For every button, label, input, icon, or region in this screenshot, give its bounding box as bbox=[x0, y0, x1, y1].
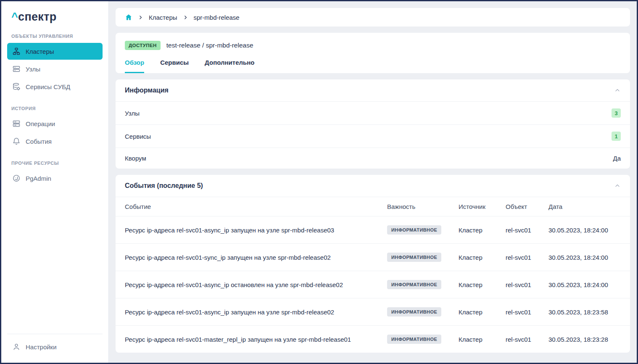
date-cell: 30.05.2023, 18:23:28 bbox=[548, 327, 621, 352]
sidebar-section-other: ПРОЧИЕ РЕСУРСЫ bbox=[11, 161, 98, 166]
count-badge: 1 bbox=[612, 132, 621, 141]
sidebar-section-objects: ОБЪЕКТЫ УПРАВЛЕНИЯ bbox=[11, 34, 98, 39]
db-services-icon bbox=[12, 82, 21, 91]
event-cell: Ресурс ip-адреса rel-svc01-async_ip оста… bbox=[125, 272, 387, 297]
event-cell: Ресурс ip-адреса rel-svc01-async_ip запу… bbox=[125, 300, 387, 324]
sidebar-item-label: Узлы bbox=[26, 66, 40, 73]
cluster-status-row: ДОСТУПЕН test-release / spr-mbd-release bbox=[125, 41, 621, 50]
events-icon bbox=[12, 137, 21, 145]
cluster-icon bbox=[12, 47, 21, 55]
cluster-title: test-release / spr-mbd-release bbox=[166, 42, 253, 49]
main-content: Кластеры spr-mbd-release ДОСТУПЕН test-r… bbox=[109, 1, 637, 363]
tab-overview[interactable]: Обзор bbox=[125, 59, 144, 73]
table-row: Ресурс ip-адреса rel-svc01-master_repl_i… bbox=[116, 325, 630, 353]
tab-services[interactable]: Сервисы bbox=[160, 59, 189, 73]
info-card-header: Информация bbox=[116, 79, 630, 101]
count-badge: 3 bbox=[612, 108, 621, 118]
source-cell: Кластер bbox=[459, 300, 506, 324]
sidebar-item-settings[interactable]: Настройки bbox=[7, 338, 103, 355]
object-cell: rel-svc01 bbox=[506, 218, 548, 243]
breadcrumb: Кластеры spr-mbd-release bbox=[116, 8, 630, 26]
sidebar-item-nodes[interactable]: Узлы bbox=[7, 61, 103, 77]
events-card-header: События (последние 5) bbox=[116, 175, 630, 197]
object-cell: rel-svc01 bbox=[506, 300, 548, 324]
info-row-label: Кворум bbox=[125, 155, 146, 162]
cluster-header-card: ДОСТУПЕН test-release / spr-mbd-release … bbox=[116, 33, 630, 73]
column-header-event: Событие bbox=[125, 197, 387, 216]
sidebar-item-pgadmin[interactable]: PgAdmin bbox=[7, 170, 103, 187]
status-badge: ДОСТУПЕН bbox=[125, 41, 161, 50]
info-row-value: Да bbox=[613, 155, 621, 162]
event-cell: Ресурс ip-адреса rel-svc01-async_ip запу… bbox=[125, 218, 387, 243]
sidebar-item-events[interactable]: События bbox=[7, 133, 103, 150]
object-cell: rel-svc01 bbox=[506, 272, 548, 297]
user-icon bbox=[12, 343, 21, 351]
source-cell: Кластер bbox=[459, 272, 506, 297]
info-row-services: Сервисы 1 bbox=[116, 124, 630, 148]
sidebar: ^спектр ОБЪЕКТЫ УПРАВЛЕНИЯ Кластеры Узлы… bbox=[1, 1, 109, 363]
sidebar-item-label: Операции bbox=[26, 120, 55, 127]
chevron-up-icon[interactable] bbox=[614, 87, 621, 94]
date-cell: 30.05.2023, 18:24:00 bbox=[548, 218, 621, 243]
source-cell: Кластер bbox=[459, 327, 506, 352]
info-card: Информация Узлы 3 Сервисы 1 Кворум Да bbox=[116, 79, 630, 169]
logo-text: спектр bbox=[18, 11, 56, 23]
date-cell: 30.05.2023, 18:24:00 bbox=[548, 272, 621, 297]
sidebar-footer: Настройки bbox=[7, 334, 103, 356]
info-row-quorum: Кворум Да bbox=[116, 148, 630, 169]
sidebar-item-label: Сервисы СУБД bbox=[26, 83, 70, 90]
severity-badge: ИНФОРМАТИВНОЕ bbox=[387, 307, 441, 317]
sidebar-item-label: События bbox=[26, 138, 52, 145]
column-header-date: Дата bbox=[548, 197, 621, 216]
sidebar-item-label: PgAdmin bbox=[26, 175, 51, 182]
app-window: ^спектр ОБЪЕКТЫ УПРАВЛЕНИЯ Кластеры Узлы… bbox=[0, 0, 638, 364]
event-cell: Ресурс ip-адреса rel-svc01-sync_ip запущ… bbox=[125, 245, 387, 270]
object-cell: rel-svc01 bbox=[506, 245, 548, 270]
sidebar-spacer bbox=[7, 187, 103, 334]
chevron-up-icon[interactable] bbox=[614, 182, 621, 189]
table-row: Ресурс ip-адреса rel-svc01-async_ip запу… bbox=[116, 216, 630, 243]
sidebar-item-label: Настройки bbox=[26, 343, 57, 351]
date-cell: 30.05.2023, 18:23:58 bbox=[548, 300, 621, 324]
object-cell: rel-svc01 bbox=[506, 327, 548, 352]
source-cell: Кластер bbox=[459, 245, 506, 270]
info-card-title: Информация bbox=[125, 87, 169, 94]
sidebar-item-db-services[interactable]: Сервисы СУБД bbox=[7, 78, 103, 95]
logo-caret: ^ bbox=[11, 11, 18, 23]
logo: ^спектр bbox=[7, 10, 103, 24]
breadcrumb-item-clusters[interactable]: Кластеры bbox=[149, 14, 177, 21]
tab-bar: Обзор Сервисы Дополнительно bbox=[125, 59, 621, 73]
home-icon[interactable] bbox=[125, 13, 132, 21]
info-row-nodes: Узлы 3 bbox=[116, 101, 630, 124]
table-row: Ресурс ip-адреса rel-svc01-async_ip оста… bbox=[116, 271, 630, 298]
event-cell: Ресурс ip-адреса rel-svc01-master_repl_i… bbox=[125, 327, 387, 352]
sidebar-item-operations[interactable]: Операции bbox=[7, 115, 103, 132]
chevron-right-icon bbox=[138, 15, 143, 20]
table-row: Ресурс ip-адреса rel-svc01-async_ip запу… bbox=[116, 298, 630, 325]
sidebar-item-label: Кластеры bbox=[26, 48, 54, 55]
operations-icon bbox=[12, 119, 21, 128]
table-row: Ресурс ip-адреса rel-svc01-sync_ip запущ… bbox=[116, 243, 630, 271]
tab-additional[interactable]: Дополнительно bbox=[205, 59, 254, 73]
source-cell: Кластер bbox=[459, 218, 506, 243]
events-card: События (последние 5) Событие Важность И… bbox=[116, 175, 630, 353]
chevron-right-icon bbox=[183, 15, 188, 20]
severity-badge: ИНФОРМАТИВНОЕ bbox=[387, 253, 441, 262]
sidebar-section-history: ИСТОРИЯ bbox=[11, 106, 98, 111]
severity-badge: ИНФОРМАТИВНОЕ bbox=[387, 280, 441, 289]
severity-badge: ИНФОРМАТИВНОЕ bbox=[387, 335, 441, 344]
column-header-object: Объект bbox=[506, 197, 548, 216]
info-row-label: Узлы bbox=[125, 110, 140, 117]
pgadmin-icon bbox=[12, 174, 21, 182]
nodes-icon bbox=[12, 65, 21, 73]
events-table-header: Событие Важность Источник Объект Дата bbox=[116, 197, 630, 216]
sidebar-item-clusters[interactable]: Кластеры bbox=[7, 43, 103, 60]
severity-badge: ИНФОРМАТИВНОЕ bbox=[387, 225, 441, 235]
breadcrumb-item-current: spr-mbd-release bbox=[194, 14, 240, 21]
column-header-severity: Важность bbox=[387, 197, 459, 216]
date-cell: 30.05.2023, 18:24:00 bbox=[548, 245, 621, 270]
info-row-label: Сервисы bbox=[125, 133, 151, 140]
events-card-title: События (последние 5) bbox=[125, 182, 203, 190]
column-header-source: Источник bbox=[459, 197, 506, 216]
